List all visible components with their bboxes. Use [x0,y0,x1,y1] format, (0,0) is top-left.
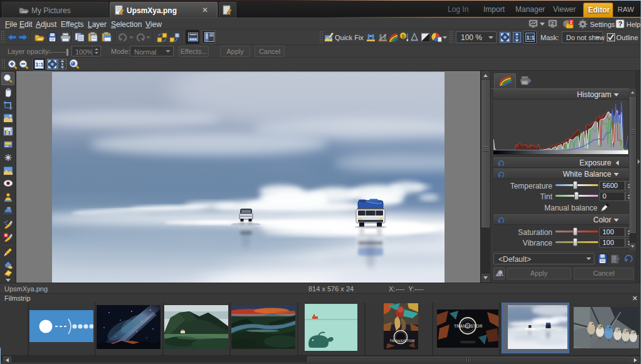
svg-text:1:1: 1:1 [527,34,535,41]
svg-text:TRANSISTOR: TRANSISTOR [454,324,483,328]
svg-text:9: 9 [401,33,404,39]
svg-text:TRANSISTOR: TRANSISTOR [390,339,415,343]
svg-text:2: 2 [570,20,572,24]
svg-text:?: ? [618,20,623,28]
svg-text:1:1: 1:1 [36,61,44,68]
svg-text:2: 2 [551,21,554,26]
